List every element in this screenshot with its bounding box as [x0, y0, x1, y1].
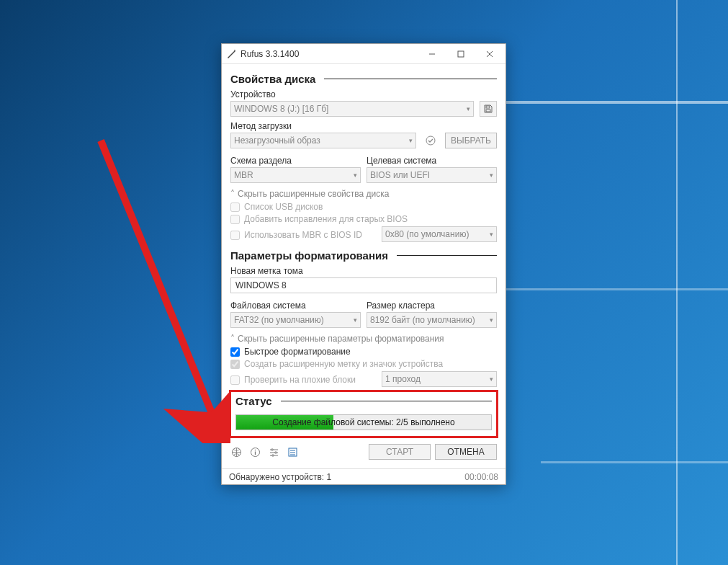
chk-mbr-bios-id[interactable]: Использовать MBR с BIOS ID — [230, 230, 376, 240]
svg-point-18 — [271, 454, 273, 455]
partition-scheme-value: MBR — [234, 170, 253, 180]
chk-list-usb[interactable]: Список USB дисков — [230, 202, 497, 212]
sliders-icon — [269, 447, 279, 458]
section-format-options: Параметры форматирования — [230, 249, 497, 262]
bios-id-select[interactable]: 0x80 (по умолчанию) ▾ — [382, 226, 497, 242]
section-heading: Свойства диска — [230, 73, 315, 85]
chevron-down-icon: ▾ — [490, 172, 493, 179]
svg-point-11 — [254, 449, 256, 450]
app-icon — [226, 49, 236, 59]
cluster-size-label: Размер кластера — [367, 301, 497, 311]
chk-quick-format-box[interactable] — [230, 347, 240, 357]
chk-bad-blocks[interactable]: Проверить на плохие блоки — [230, 375, 376, 385]
toggle-advanced-format[interactable]: ˄ Скрыть расширенные параметры форматиро… — [230, 334, 497, 344]
chk-extended-label-box[interactable] — [230, 360, 240, 369]
toggle-advanced-disk[interactable]: ˄ Скрыть расширенные свойства диска — [230, 189, 497, 199]
svg-rect-3 — [458, 51, 464, 57]
target-system-label: Целевая система — [367, 156, 497, 166]
svg-point-8 — [426, 136, 435, 145]
settings-button[interactable] — [268, 446, 279, 458]
window-title: Rufus 3.3.1400 — [241, 49, 418, 59]
svg-rect-1 — [234, 50, 235, 51]
filesystem-label: Файловая система — [230, 301, 361, 311]
chevron-down-icon: ▾ — [467, 105, 470, 112]
svg-point-16 — [271, 448, 272, 450]
cancel-button[interactable]: ОТМЕНА — [435, 444, 497, 460]
chevron-down-icon: ▾ — [490, 231, 493, 238]
cluster-size-select[interactable]: 8192 байт (по умолчанию) ▾ — [367, 312, 497, 328]
filesystem-select[interactable]: FAT32 (по умолчанию) ▾ — [230, 312, 361, 328]
chk-bad-blocks-box[interactable] — [230, 375, 240, 385]
chk-mbr-bios-id-box[interactable] — [230, 231, 240, 240]
statusbar-timer: 00:00:08 — [464, 472, 498, 482]
volume-label-input[interactable]: WINDOWS 8 — [230, 277, 497, 293]
chevron-down-icon: ▾ — [354, 172, 357, 179]
partition-scheme-select[interactable]: MBR ▾ — [230, 167, 361, 183]
section-heading: Параметры форматирования — [230, 249, 388, 262]
floppy-icon — [483, 104, 493, 114]
titlebar[interactable]: Rufus 3.3.1400 — [222, 44, 505, 64]
chevron-up-icon: ˄ — [230, 334, 235, 344]
log-button[interactable] — [287, 446, 298, 458]
log-icon — [287, 447, 298, 458]
progress-bar: Создание файловой системы: 2/5 выполнено — [235, 414, 492, 430]
app-window: Rufus 3.3.1400 Свойства диска Устройство… — [221, 43, 506, 485]
statusbar: Обнаружено устройств: 1 00:00:08 — [222, 468, 505, 484]
chevron-up-icon: ˄ — [230, 189, 235, 199]
target-system-value: BIOS или UEFI — [370, 170, 430, 180]
globe-icon — [231, 447, 242, 458]
section-heading: Статус — [235, 395, 272, 407]
chk-extended-label[interactable]: Создать расширенную метку и значок устро… — [230, 359, 497, 369]
select-iso-button[interactable]: ВЫБРАТЬ — [445, 133, 497, 148]
chevron-down-icon: ▾ — [490, 316, 493, 324]
filesystem-value: FAT32 (по умолчанию) — [234, 315, 324, 325]
section-status: Статус — [235, 395, 492, 407]
svg-point-17 — [274, 451, 276, 453]
device-select[interactable]: WINDOWS 8 (J:) [16 Гб] ▾ — [230, 101, 474, 117]
chevron-down-icon: ▾ — [354, 316, 357, 324]
start-button[interactable]: СТАРТ — [369, 444, 431, 460]
volume-label-label: Новая метка тома — [230, 266, 497, 276]
progress-text: Создание файловой системы: 2/5 выполнено — [236, 415, 491, 430]
info-icon — [250, 447, 261, 458]
chk-list-usb-box[interactable] — [230, 203, 240, 212]
minimize-button[interactable] — [418, 44, 446, 64]
divider — [281, 401, 492, 401]
passes-value: 1 проход — [385, 374, 421, 384]
language-button[interactable] — [230, 446, 242, 458]
boot-method-label: Метод загрузки — [230, 121, 497, 131]
svg-line-0 — [101, 141, 220, 432]
boot-method-select[interactable]: Незагрузочный образ ▾ — [230, 133, 416, 148]
maximize-button[interactable] — [446, 44, 475, 64]
divider — [324, 79, 497, 79]
statusbar-devices: Обнаружено устройств: 1 — [229, 472, 331, 482]
partition-scheme-label: Схема раздела — [230, 156, 361, 166]
target-system-select[interactable]: BIOS или UEFI ▾ — [367, 167, 497, 183]
verify-iso-button[interactable] — [422, 133, 439, 148]
chk-quick-format[interactable]: Быстрое форматирование — [230, 347, 497, 357]
close-button[interactable] — [475, 44, 504, 64]
divider — [397, 255, 497, 256]
chk-bios-fix[interactable]: Добавить исправления для старых BIOS — [230, 214, 497, 224]
chk-bios-fix-box[interactable] — [230, 215, 240, 224]
svg-rect-6 — [486, 106, 490, 108]
bios-id-value: 0x80 (по умолчанию) — [385, 229, 469, 239]
boot-method-value: Незагрузочный образ — [234, 135, 320, 146]
save-device-button[interactable] — [480, 101, 497, 117]
about-button[interactable] — [249, 446, 261, 458]
device-value: WINDOWS 8 (J:) [16 Гб] — [234, 104, 328, 114]
chevron-down-icon: ▾ — [409, 137, 413, 144]
check-circle-icon — [425, 135, 436, 146]
svg-rect-7 — [486, 110, 490, 112]
chevron-down-icon: ▾ — [490, 375, 493, 383]
passes-select[interactable]: 1 проход ▾ — [382, 371, 497, 387]
device-label: Устройство — [230, 89, 497, 99]
status-highlight-box: Статус Создание файловой системы: 2/5 вы… — [229, 390, 498, 438]
cluster-size-value: 8192 байт (по умолчанию) — [370, 315, 475, 325]
section-disk-properties: Свойства диска — [230, 73, 497, 85]
